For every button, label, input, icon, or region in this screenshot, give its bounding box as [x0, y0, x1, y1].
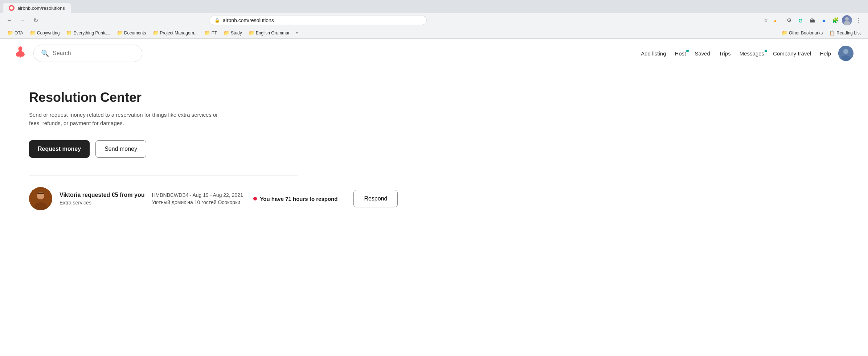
folder-icon: 📁	[117, 30, 123, 36]
request-status: You have 71 hours to respond	[253, 196, 337, 202]
tab-title: airbnb.com/resolutions	[17, 5, 65, 11]
svg-point-4	[843, 49, 848, 54]
status-dot	[253, 197, 257, 200]
amazon-icon-button[interactable]: a	[772, 15, 782, 25]
page-subtitle: Send or request money related to a reser…	[29, 111, 225, 127]
bookmark-documents-label: Documents	[124, 30, 146, 36]
folder-icon: 📁	[782, 30, 787, 36]
bookmark-reading-list-label: Reading List	[836, 30, 861, 36]
user-avatar[interactable]	[838, 46, 853, 61]
svg-text:a: a	[774, 18, 776, 23]
nav-add-listing[interactable]: Add listing	[641, 50, 666, 57]
address-bar[interactable]: 🔒	[209, 16, 427, 25]
airbnb-logo[interactable]	[15, 46, 26, 61]
bottom-divider	[29, 222, 298, 222]
url-input[interactable]	[223, 17, 421, 23]
search-input[interactable]	[53, 50, 132, 57]
send-money-button[interactable]: Send money	[95, 140, 146, 158]
page-title: Resolution Center	[29, 90, 298, 105]
bookmarks-bar: 📁 OTA 📁 Copywriting 📁 Everything Punta..…	[0, 28, 868, 38]
bookmark-star-button[interactable]: ☆	[761, 15, 771, 25]
folder-icon: 📁	[7, 30, 13, 36]
nav-saved[interactable]: Saved	[695, 50, 710, 57]
request-money-button[interactable]: Request money	[29, 140, 90, 158]
puzzle-icon[interactable]: 🧩	[830, 15, 840, 25]
nav-trips[interactable]: Trips	[719, 50, 731, 57]
request-place: Уютный домик на 10 гостей Осокорки	[152, 199, 246, 205]
bookmark-english-grammar-label: English Grammar	[256, 30, 290, 36]
circle-icon[interactable]: ●	[819, 15, 829, 25]
folder-icon: 📁	[204, 30, 210, 36]
folder-icon: 📁	[249, 30, 254, 36]
respond-button[interactable]: Respond	[353, 190, 398, 207]
multicolor-icon[interactable]: 🏔	[807, 15, 817, 25]
tab-favicon	[9, 5, 15, 11]
browser-toolbar: ← → ↻ 🔒 ☆ a ⚙ G 🏔 ● 🧩 ⋮	[0, 13, 868, 28]
request-info: Viktoria requested €5 from you Extra ser…	[60, 192, 144, 206]
browser-profile-avatar[interactable]	[842, 15, 852, 25]
browser-chrome: airbnb.com/resolutions ← → ↻ 🔒 ☆ a ⚙ G 🏔…	[0, 0, 868, 39]
bookmarks-more-button[interactable]: »	[294, 29, 301, 37]
extensions-button[interactable]: ⚙	[784, 15, 794, 25]
bookmark-copywriting-label: Copywriting	[37, 30, 60, 36]
request-item: Viktoria requested €5 from you Extra ser…	[29, 187, 298, 219]
toolbar-icons: ☆ a ⚙ G 🏔 ● 🧩 ⋮	[761, 15, 864, 25]
forward-button[interactable]: →	[17, 15, 28, 25]
site-header: 🔍 Add listing Host Saved Trips Messages …	[0, 39, 868, 68]
browser-tabs-bar: airbnb.com/resolutions	[0, 0, 868, 13]
search-icon: 🔍	[41, 49, 49, 57]
messages-notification-dot	[765, 50, 767, 52]
bookmark-pt[interactable]: 📁 PT	[201, 29, 220, 37]
bookmarks-right: 📁 Other Bookmarks 📋 Reading List	[779, 29, 864, 37]
nav-host[interactable]: Host	[675, 50, 686, 57]
host-notification-dot	[686, 50, 689, 52]
request-code: HMBNBCWDB4 · Aug 19 - Aug 22, 2021	[152, 192, 246, 198]
bookmark-study-label: Study	[231, 30, 242, 36]
bookmark-english-grammar[interactable]: 📁 English Grammar	[246, 29, 292, 37]
request-type: Extra services	[60, 200, 144, 206]
bookmark-project-mgmt-label: Project Managem...	[160, 30, 198, 36]
nav-messages[interactable]: Messages	[740, 50, 764, 57]
bookmark-study[interactable]: 📁 Study	[221, 29, 245, 37]
lock-icon: 🔒	[214, 18, 220, 23]
request-details: HMBNBCWDB4 · Aug 19 - Aug 22, 2021 Уютны…	[152, 192, 246, 205]
search-bar[interactable]: 🔍	[33, 45, 142, 62]
bookmark-everything-punta-label: Everything Punta...	[73, 30, 110, 36]
action-buttons: Request money Send money	[29, 140, 298, 158]
main-nav: Add listing Host Saved Trips Messages Co…	[641, 50, 831, 57]
main-content: Resolution Center Send or request money …	[0, 68, 327, 237]
bookmark-ota-label: OTA	[15, 30, 23, 36]
reload-button[interactable]: ↻	[30, 15, 41, 25]
nav-company-travel[interactable]: Company travel	[773, 50, 811, 57]
bookmark-other[interactable]: 📁 Other Bookmarks	[779, 29, 826, 37]
requester-avatar	[29, 187, 52, 210]
svg-point-2	[844, 21, 850, 25]
folder-icon: 📁	[30, 30, 36, 36]
status-text: You have 71 hours to respond	[260, 196, 337, 202]
bookmark-copywriting[interactable]: 📁 Copywriting	[27, 29, 63, 37]
browser-tab-active[interactable]: airbnb.com/resolutions	[3, 3, 71, 13]
request-name: Viktoria requested €5 from you	[60, 192, 144, 198]
grammarly-icon[interactable]: G	[795, 15, 806, 25]
reading-list-icon: 📋	[829, 30, 835, 36]
folder-icon: 📁	[153, 30, 159, 36]
section-divider	[29, 175, 298, 175]
back-button[interactable]: ←	[4, 15, 15, 25]
bookmark-documents[interactable]: 📁 Documents	[114, 29, 149, 37]
browser-menu-button[interactable]: ⋮	[853, 15, 864, 25]
nav-help[interactable]: Help	[820, 50, 831, 57]
bookmark-everything-punta[interactable]: 📁 Everything Punta...	[63, 29, 113, 37]
bookmark-project-mgmt[interactable]: 📁 Project Managem...	[150, 29, 201, 37]
svg-point-1	[845, 17, 849, 21]
bookmark-ota[interactable]: 📁 OTA	[4, 29, 26, 37]
folder-icon: 📁	[224, 30, 229, 36]
bookmark-other-label: Other Bookmarks	[789, 30, 823, 36]
folder-icon: 📁	[66, 30, 72, 36]
bookmark-pt-label: PT	[212, 30, 217, 36]
bookmark-reading-list[interactable]: 📋 Reading List	[826, 29, 864, 37]
